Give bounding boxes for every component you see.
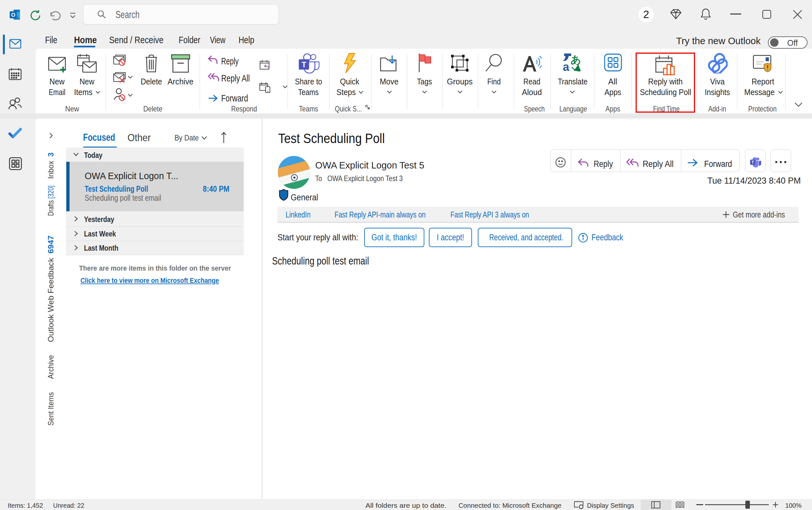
svg-text:O: O <box>11 12 15 18</box>
svg-text:T: T <box>302 60 306 69</box>
svg-text:a: a <box>563 60 570 73</box>
svg-text:T: T <box>751 160 754 165</box>
svg-text:あ: あ <box>571 54 581 65</box>
